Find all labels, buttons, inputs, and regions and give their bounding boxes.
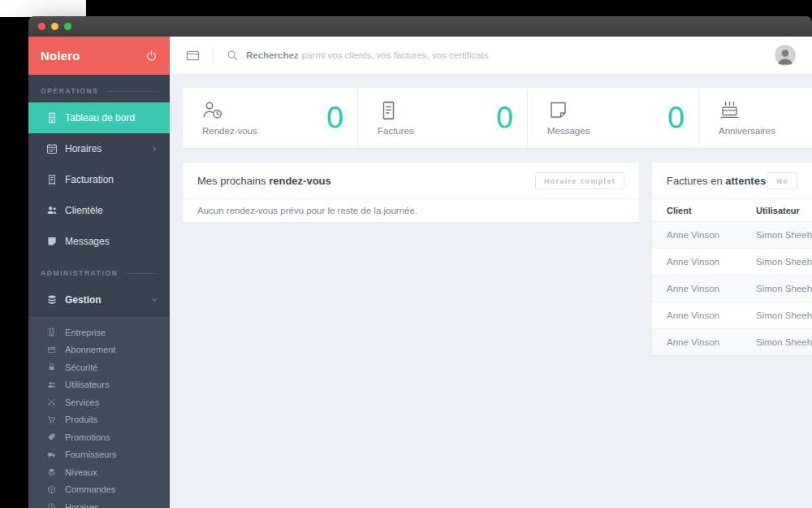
people-icon [46,205,58,216]
column-user: Utilisateur [756,206,800,215]
sidebar-subitem-abonnement[interactable]: Abonnement [28,341,170,359]
chevron-down-icon [150,296,158,304]
building-icon [47,328,56,336]
invoice-client: Anne Vinson [667,310,756,320]
topbar-divider [213,47,214,63]
sidebar-subitem-securite[interactable]: Sécurité [28,358,170,376]
brand-header: Nolero [28,37,170,75]
power-icon[interactable] [145,50,158,62]
invoice-user: Simon Sheehy [756,230,812,240]
sidebar-subitem-produits[interactable]: Produits [28,411,170,429]
box-icon [47,485,56,494]
sidebar: Nolero OPÉRATIONS Tableau de bord Horair… [28,37,170,508]
sidebar-subitem-fournisseurs[interactable]: Fournisseurs [28,446,170,464]
cake-icon [719,100,741,121]
invoice-row[interactable]: Anne Vinson Simon Sheehy [652,302,812,328]
card-icon [47,345,56,354]
zoom-button[interactable] [64,23,71,30]
invoice-row[interactable]: Anne Vinson Simon Sheehy [652,328,812,355]
stat-value: 0 [667,103,685,132]
stat-value: 0 [495,103,514,132]
stat-label: Factures [378,126,414,136]
app-body: Nolero OPÉRATIONS Tableau de bord Horair… [28,37,812,508]
pending-invoices-panel-header: Factures en attentes No [652,163,812,199]
tag-icon [47,432,56,441]
user-avatar[interactable] [775,45,796,66]
pending-invoices-panel: Factures en attentes No Client Utilisate… [652,163,812,355]
dashboard-content: Rendez-vous 0 Factures 0 Messages 0 Anni… [170,75,812,508]
sidebar-subitem-commandes[interactable]: Commandes [28,481,170,499]
stat-value: 0 [326,103,344,132]
sidebar-item-tableau-de-bord[interactable]: Tableau de bord [28,102,170,133]
stat-card-rendez-vous[interactable]: Rendez-vous 0 [183,88,358,148]
stat-label: Rendez-vous [202,126,257,136]
appointments-panel-header: Mes prochains rendez-vous Horaire comple… [183,163,639,199]
window-titlebar [28,16,812,37]
app-window: Nolero OPÉRATIONS Tableau de bord Horair… [28,16,812,508]
invoices-table-rows: Anne Vinson Simon Sheehy Anne Vinson Sim… [652,221,812,355]
invoice-user: Simon Sheehy [756,257,812,267]
invoice-user: Simon Sheehy [756,337,812,347]
receipt-icon [46,174,58,185]
stat-label: Messages [547,126,590,136]
calendar-icon [46,143,58,154]
close-button[interactable] [38,23,45,30]
sidebar-subitem-entreprise[interactable]: Entreprise [28,323,170,341]
sidebar-subitem-promotions[interactable]: Promotions [28,428,170,446]
cart-icon [47,415,56,424]
invoice-client: Anne Vinson [667,230,756,240]
appointments-panel-title: Mes prochains rendez-vous [197,175,331,187]
building-icon [46,112,58,124]
invoice-row[interactable]: Anne Vinson Simon Sheehy [652,275,812,302]
search-placeholder-bold: Recherchez [246,50,299,60]
stat-card-messages[interactable]: Messages 0 [528,88,699,148]
search-input[interactable]: Recherchez parmi vos clients, vos factur… [227,50,762,61]
truck-icon [47,450,56,459]
appointments-empty-message: Aucun rendez-vous prévu pour le reste de… [183,199,639,222]
sidebar-item-clientele[interactable]: Clientèle [28,195,170,226]
stat-card-anniversaires[interactable]: Anniversaires [699,88,812,148]
sidebar-section-administration: ADMINISTRATION [41,267,158,279]
full-schedule-button[interactable]: Horaire complet [535,172,624,189]
sidebar-subitem-utilisateurs[interactable]: Utilisateurs [28,376,170,394]
invoice-row[interactable]: Anne Vinson Simon Sheehy [652,221,812,248]
column-client: Client [667,206,756,215]
appointments-panel: Mes prochains rendez-vous Horaire comple… [183,163,639,222]
sidebar-subnav: EntrepriseAbonnementSécuritéUtilisateurs… [28,315,170,508]
search-icon [227,50,238,61]
search-placeholder-rest: parmi vos clients, vos factures, vos cer… [302,50,489,60]
invoice-row[interactable]: Anne Vinson Simon Sheehy [652,248,812,275]
person-clock-icon [202,100,224,121]
minimize-button[interactable] [51,23,58,30]
sidebar-item-facturation[interactable]: Facturation [28,164,170,195]
sidebar-subitem-niveaux[interactable]: Niveaux [28,463,170,481]
invoice-user: Simon Sheehy [756,310,812,320]
people-icon [47,380,56,389]
lock-icon [47,363,56,371]
sidebar-item-messages[interactable]: Messages [28,226,170,257]
layers-icon [47,467,56,476]
clock-icon [47,502,56,508]
main-area: Recherchez parmi vos clients, vos factur… [170,37,812,508]
stat-card-factures[interactable]: Factures 0 [358,88,528,148]
sidebar-nav: OPÉRATIONS Tableau de bord Horaires Fact… [28,75,170,508]
message-icon [547,100,569,121]
sidebar-item-horaires[interactable]: Horaires [28,133,170,164]
sidebar-section-operations: OPÉRATIONS [41,85,158,97]
invoice-icon [378,100,400,121]
invoice-user: Simon Sheehy [756,284,812,293]
chevron-right-icon [150,145,158,153]
invoice-client: Anne Vinson [667,284,756,293]
topbar: Recherchez parmi vos clients, vos factur… [170,37,812,75]
stats-row: Rendez-vous 0 Factures 0 Messages 0 Anni… [183,88,812,148]
note-icon [46,236,58,247]
sidebar-toggle-icon[interactable] [186,50,200,62]
sidebar-subitem-horaires[interactable]: Horaires [28,498,170,508]
invoice-client: Anne Vinson [667,257,756,267]
panels-row: Mes prochains rendez-vous Horaire comple… [183,163,812,355]
sidebar-subitem-services[interactable]: Services [28,393,170,411]
invoice-client: Anne Vinson [667,337,756,347]
sidebar-item-gestion[interactable]: Gestion [28,284,170,315]
background-highlight [0,0,86,17]
invoices-action-button[interactable]: No [767,172,797,189]
